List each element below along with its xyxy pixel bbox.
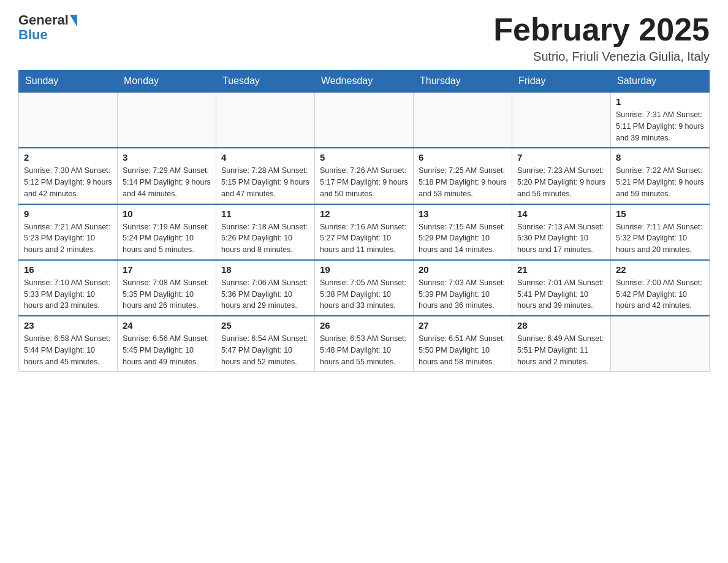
- day-number: 3: [123, 152, 211, 163]
- logo-general-text: General: [18, 12, 69, 28]
- calendar-day-cell: 28Sunrise: 6:49 AM Sunset: 5:51 PM Dayli…: [512, 316, 611, 372]
- day-number: 9: [24, 209, 112, 219]
- day-info: Sunrise: 7:00 AM Sunset: 5:42 PM Dayligh…: [616, 277, 704, 312]
- calendar-table: SundayMondayTuesdayWednesdayThursdayFrid…: [18, 70, 710, 372]
- day-number: 18: [221, 264, 309, 275]
- calendar-day-cell: 18Sunrise: 7:06 AM Sunset: 5:36 PM Dayli…: [216, 260, 315, 316]
- calendar-day-cell: 19Sunrise: 7:05 AM Sunset: 5:38 PM Dayli…: [315, 260, 414, 316]
- calendar-day-cell: 2Sunrise: 7:30 AM Sunset: 5:12 PM Daylig…: [19, 148, 118, 204]
- day-info: Sunrise: 7:10 AM Sunset: 5:33 PM Dayligh…: [24, 277, 112, 312]
- calendar-day-cell: 22Sunrise: 7:00 AM Sunset: 5:42 PM Dayli…: [611, 260, 710, 316]
- day-number: 23: [24, 320, 112, 331]
- day-info: Sunrise: 7:28 AM Sunset: 5:15 PM Dayligh…: [221, 165, 309, 199]
- calendar-day-cell: 1Sunrise: 7:31 AM Sunset: 5:11 PM Daylig…: [611, 92, 710, 148]
- logo-blue-text: Blue: [18, 27, 48, 43]
- day-number: 12: [320, 209, 408, 219]
- calendar-day-cell: 14Sunrise: 7:13 AM Sunset: 5:30 PM Dayli…: [512, 204, 611, 260]
- calendar-day-cell: 13Sunrise: 7:15 AM Sunset: 5:29 PM Dayli…: [414, 204, 512, 260]
- day-number: 4: [221, 152, 309, 163]
- calendar-day-cell: 26Sunrise: 6:53 AM Sunset: 5:48 PM Dayli…: [315, 316, 414, 372]
- location-title: Sutrio, Friuli Venezia Giulia, Italy: [493, 50, 710, 64]
- calendar-week-row: 9Sunrise: 7:21 AM Sunset: 5:23 PM Daylig…: [19, 204, 710, 260]
- calendar-day-cell: 8Sunrise: 7:22 AM Sunset: 5:21 PM Daylig…: [611, 148, 710, 204]
- calendar-day-cell: 5Sunrise: 7:26 AM Sunset: 5:17 PM Daylig…: [315, 148, 414, 204]
- day-number: 21: [517, 264, 605, 275]
- day-number: 7: [517, 152, 605, 163]
- day-info: Sunrise: 7:01 AM Sunset: 5:41 PM Dayligh…: [517, 277, 605, 312]
- day-number: 14: [517, 209, 605, 219]
- month-title: February 2025: [493, 12, 710, 47]
- calendar-day-cell: 10Sunrise: 7:19 AM Sunset: 5:24 PM Dayli…: [118, 204, 216, 260]
- day-info: Sunrise: 6:54 AM Sunset: 5:47 PM Dayligh…: [221, 333, 309, 367]
- day-number: 17: [123, 264, 211, 275]
- day-info: Sunrise: 7:30 AM Sunset: 5:12 PM Dayligh…: [24, 165, 112, 199]
- calendar-day-cell: [118, 92, 216, 148]
- calendar-day-cell: 16Sunrise: 7:10 AM Sunset: 5:33 PM Dayli…: [19, 260, 118, 316]
- day-of-week-header: Friday: [512, 71, 611, 93]
- calendar-day-cell: [611, 316, 710, 372]
- title-block: February 2025 Sutrio, Friuli Venezia Giu…: [493, 12, 710, 64]
- calendar-header-row: SundayMondayTuesdayWednesdayThursdayFrid…: [19, 71, 710, 93]
- day-of-week-header: Sunday: [19, 71, 118, 93]
- page-header: General Blue February 2025 Sutrio, Friul…: [18, 12, 710, 64]
- day-number: 2: [24, 152, 112, 163]
- day-of-week-header: Thursday: [414, 71, 512, 93]
- calendar-day-cell: 20Sunrise: 7:03 AM Sunset: 5:39 PM Dayli…: [414, 260, 512, 316]
- calendar-day-cell: 21Sunrise: 7:01 AM Sunset: 5:41 PM Dayli…: [512, 260, 611, 316]
- calendar-week-row: 1Sunrise: 7:31 AM Sunset: 5:11 PM Daylig…: [19, 92, 710, 148]
- logo: General Blue: [18, 12, 77, 43]
- day-info: Sunrise: 7:31 AM Sunset: 5:11 PM Dayligh…: [616, 109, 704, 144]
- day-number: 16: [24, 264, 112, 275]
- day-of-week-header: Tuesday: [216, 71, 315, 93]
- calendar-day-cell: 15Sunrise: 7:11 AM Sunset: 5:32 PM Dayli…: [611, 204, 710, 260]
- calendar-day-cell: 27Sunrise: 6:51 AM Sunset: 5:50 PM Dayli…: [414, 316, 512, 372]
- calendar-day-cell: 4Sunrise: 7:28 AM Sunset: 5:15 PM Daylig…: [216, 148, 315, 204]
- calendar-day-cell: 23Sunrise: 6:58 AM Sunset: 5:44 PM Dayli…: [19, 316, 118, 372]
- day-number: 19: [320, 264, 408, 275]
- day-info: Sunrise: 6:58 AM Sunset: 5:44 PM Dayligh…: [24, 333, 112, 367]
- day-info: Sunrise: 7:06 AM Sunset: 5:36 PM Dayligh…: [221, 277, 309, 312]
- day-info: Sunrise: 7:29 AM Sunset: 5:14 PM Dayligh…: [123, 165, 211, 199]
- day-number: 15: [616, 209, 704, 219]
- day-info: Sunrise: 7:16 AM Sunset: 5:27 PM Dayligh…: [320, 221, 408, 256]
- day-number: 25: [221, 320, 309, 331]
- day-info: Sunrise: 7:23 AM Sunset: 5:20 PM Dayligh…: [517, 165, 605, 199]
- day-info: Sunrise: 7:22 AM Sunset: 5:21 PM Dayligh…: [616, 165, 704, 199]
- calendar-day-cell: 24Sunrise: 6:56 AM Sunset: 5:45 PM Dayli…: [118, 316, 216, 372]
- day-info: Sunrise: 6:53 AM Sunset: 5:48 PM Dayligh…: [320, 333, 408, 367]
- calendar-day-cell: [19, 92, 118, 148]
- calendar-day-cell: 11Sunrise: 7:18 AM Sunset: 5:26 PM Dayli…: [216, 204, 315, 260]
- calendar-week-row: 2Sunrise: 7:30 AM Sunset: 5:12 PM Daylig…: [19, 148, 710, 204]
- day-info: Sunrise: 7:21 AM Sunset: 5:23 PM Dayligh…: [24, 221, 112, 256]
- day-info: Sunrise: 6:51 AM Sunset: 5:50 PM Dayligh…: [419, 333, 507, 367]
- day-info: Sunrise: 7:25 AM Sunset: 5:18 PM Dayligh…: [419, 165, 507, 199]
- day-number: 10: [123, 209, 211, 219]
- day-of-week-header: Saturday: [611, 71, 710, 93]
- day-info: Sunrise: 7:03 AM Sunset: 5:39 PM Dayligh…: [419, 277, 507, 312]
- calendar-day-cell: 25Sunrise: 6:54 AM Sunset: 5:47 PM Dayli…: [216, 316, 315, 372]
- calendar-day-cell: [315, 92, 414, 148]
- day-number: 28: [517, 320, 605, 331]
- day-number: 24: [123, 320, 211, 331]
- calendar-day-cell: 6Sunrise: 7:25 AM Sunset: 5:18 PM Daylig…: [414, 148, 512, 204]
- day-of-week-header: Monday: [118, 71, 216, 93]
- logo-arrow-icon: [70, 15, 77, 27]
- day-info: Sunrise: 7:26 AM Sunset: 5:17 PM Dayligh…: [320, 165, 408, 199]
- day-number: 20: [419, 264, 507, 275]
- day-number: 1: [616, 96, 704, 107]
- calendar-day-cell: 7Sunrise: 7:23 AM Sunset: 5:20 PM Daylig…: [512, 148, 611, 204]
- calendar-day-cell: [512, 92, 611, 148]
- calendar-week-row: 16Sunrise: 7:10 AM Sunset: 5:33 PM Dayli…: [19, 260, 710, 316]
- calendar-day-cell: [216, 92, 315, 148]
- calendar-week-row: 23Sunrise: 6:58 AM Sunset: 5:44 PM Dayli…: [19, 316, 710, 372]
- day-number: 5: [320, 152, 408, 163]
- calendar-day-cell: 12Sunrise: 7:16 AM Sunset: 5:27 PM Dayli…: [315, 204, 414, 260]
- day-info: Sunrise: 7:13 AM Sunset: 5:30 PM Dayligh…: [517, 221, 605, 256]
- day-number: 27: [419, 320, 507, 331]
- day-number: 8: [616, 152, 704, 163]
- day-info: Sunrise: 7:05 AM Sunset: 5:38 PM Dayligh…: [320, 277, 408, 312]
- day-number: 26: [320, 320, 408, 331]
- calendar-day-cell: 17Sunrise: 7:08 AM Sunset: 5:35 PM Dayli…: [118, 260, 216, 316]
- day-info: Sunrise: 6:49 AM Sunset: 5:51 PM Dayligh…: [517, 333, 605, 367]
- calendar-day-cell: 9Sunrise: 7:21 AM Sunset: 5:23 PM Daylig…: [19, 204, 118, 260]
